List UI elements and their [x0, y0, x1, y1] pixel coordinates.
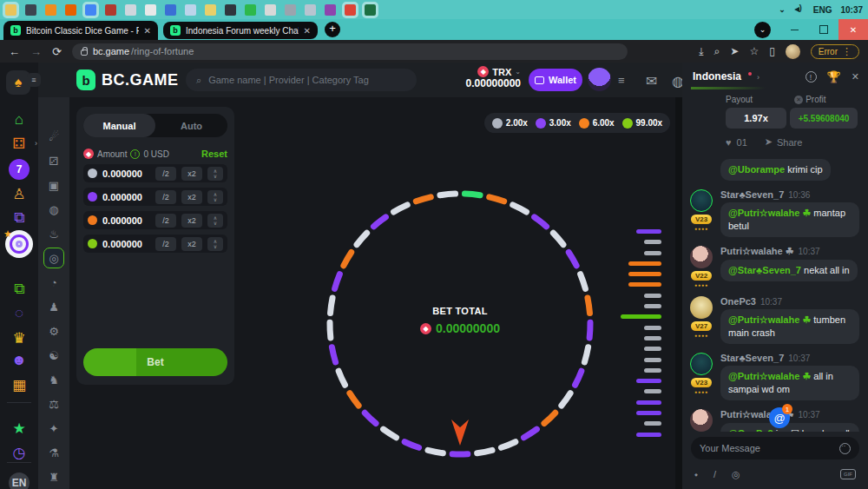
- maximize-button[interactable]: [809, 19, 838, 40]
- chat-message[interactable]: V27●●●●OnePc310:37@Putri☆walahe ☘ tumben…: [689, 296, 861, 344]
- bet-amount-value[interactable]: 0.000000: [102, 239, 142, 249]
- game-shortcut-13[interactable]: ⚗: [43, 442, 64, 463]
- chrome-2-taskbar-icon[interactable]: [345, 4, 356, 16]
- media-player-taskbar-icon[interactable]: [45, 4, 56, 16]
- sidebar-item-slots[interactable]: ▦: [6, 373, 32, 396]
- menu-list-icon[interactable]: ≡: [618, 74, 625, 87]
- bcgame-logo[interactable]: b BC.GAME: [76, 69, 179, 90]
- zoom-icon[interactable]: ⌕: [714, 45, 720, 57]
- wallet-button[interactable]: Wallet: [529, 69, 582, 91]
- penguin-taskbar-icon[interactable]: [225, 4, 236, 16]
- close-window-button[interactable]: [838, 19, 868, 40]
- notepad-taskbar-icon[interactable]: [125, 4, 136, 16]
- bookmark-star-icon[interactable]: ☆: [749, 45, 759, 57]
- game-shortcut-10[interactable]: ♞: [43, 369, 64, 390]
- sidebar-item-ticket[interactable]: ⧉: [6, 278, 32, 301]
- info-icon[interactable]: !: [130, 149, 140, 159]
- user-mention[interactable]: @Putri☆walahe ☘: [728, 371, 811, 381]
- game-search-input[interactable]: ⌕ Game name | Provider | Category Tag: [186, 69, 417, 91]
- user-mention[interactable]: @Star♣Seven_7: [728, 265, 801, 275]
- reset-button[interactable]: Reset: [201, 149, 227, 159]
- sidebar-item-cards[interactable]: ⧉: [6, 207, 32, 229]
- browser-tab-2[interactable]: b Indonesia Forum weekly Challen ✕: [163, 22, 318, 39]
- browser-menu-icon[interactable]: ⋮: [842, 46, 852, 57]
- url-bar[interactable]: bc.game/ring-of-fortune: [72, 43, 628, 60]
- game-shortcut-0[interactable]: ☄: [43, 126, 64, 147]
- reload-icon[interactable]: ⟳: [52, 45, 62, 58]
- sidebar-item-bonus-star[interactable]: ★: [6, 417, 32, 439]
- double-button[interactable]: x2: [181, 190, 202, 204]
- tab-auto[interactable]: Auto: [155, 114, 227, 137]
- chat-messages[interactable]: Payout ✕Profit 1.97x +5.59608040 ♥ 01 ➤S…: [682, 91, 868, 432]
- sidebar-item-casino-dice[interactable]: ⚃›: [6, 132, 32, 155]
- green-bot-taskbar-icon[interactable]: [245, 4, 256, 16]
- back-icon[interactable]: ←: [9, 45, 20, 58]
- firefox-taskbar-icon[interactable]: [65, 4, 76, 16]
- hidden-icons-chevron-icon[interactable]: ⌄: [779, 5, 786, 14]
- amount-stepper[interactable]: ∧∨: [207, 237, 223, 251]
- game-shortcut-14[interactable]: ♜: [43, 466, 64, 487]
- game-shortcut-7[interactable]: ♟: [43, 296, 64, 317]
- chat-close-icon[interactable]: ✕: [852, 71, 859, 83]
- tab-manual[interactable]: Manual: [83, 114, 155, 137]
- slash-command-icon[interactable]: /: [713, 469, 716, 479]
- sidebar-toggle-button[interactable]: ≡: [27, 73, 41, 87]
- bet-amount-value[interactable]: 0.000000: [102, 215, 142, 226]
- user-mention[interactable]: @Putri☆walahe ☘: [728, 314, 811, 325]
- bet-amount-value[interactable]: 0.000000: [102, 169, 142, 179]
- balance-selector[interactable]: ◆ TRX ⌄ 0.00000000: [431, 66, 521, 89]
- side-panel-icon[interactable]: ▯: [769, 45, 775, 57]
- chat-username[interactable]: Star♣Seven_710:36: [720, 189, 861, 200]
- folders-taskbar-icon[interactable]: [205, 4, 216, 16]
- app-dark-taskbar-icon[interactable]: [25, 4, 36, 16]
- game-shortcut-1[interactable]: ⚂: [43, 150, 64, 171]
- chevron-right-icon[interactable]: ›: [757, 73, 760, 82]
- browser-tab-active[interactable]: b Bitcoin Classic Dice Game - Play | ✕: [3, 21, 158, 40]
- tab-close-icon[interactable]: ✕: [144, 26, 151, 36]
- chat-message[interactable]: V23●●●●Star♣Seven_710:36@Putri☆walahe ☘ …: [689, 189, 861, 237]
- tip-coin-icon[interactable]: ◎: [732, 469, 740, 480]
- user-avatar[interactable]: [588, 68, 611, 91]
- minimize-button[interactable]: [779, 19, 809, 40]
- emoji-icon[interactable]: [839, 443, 851, 454]
- double-button[interactable]: x2: [181, 237, 202, 251]
- excel-taskbar-icon[interactable]: [365, 4, 376, 16]
- game-shortcut-12[interactable]: ✦: [43, 418, 64, 439]
- shared-bet-card[interactable]: Payout ✕Profit 1.97x +5.59608040 ♥ 01 ➤S…: [726, 95, 858, 148]
- half-button[interactable]: /2: [155, 214, 176, 228]
- chat-message[interactable]: V23●●●●Star♣Seven_710:37@Putri☆walahe ☘ …: [689, 353, 861, 400]
- magnifier-app-taskbar-icon[interactable]: [185, 4, 196, 16]
- bet-amount-value[interactable]: 0.000000: [102, 192, 142, 202]
- chat-message[interactable]: V22●●●●Putri☆walahe ☘10:37@Star♣Seven_7 …: [689, 246, 861, 287]
- double-button[interactable]: x2: [181, 167, 202, 181]
- half-button[interactable]: /2: [155, 167, 176, 181]
- stripes-app-taskbar-icon[interactable]: [145, 4, 156, 16]
- game-shortcut-2[interactable]: ▣: [43, 175, 64, 195]
- user-mention[interactable]: @Uborampe: [728, 164, 785, 175]
- half-button[interactable]: /2: [155, 190, 176, 204]
- game-shortcut-3[interactable]: ◍: [43, 199, 64, 220]
- chat-username[interactable]: OnePc310:37: [720, 296, 861, 307]
- mention-notification-button[interactable]: @ 1: [769, 407, 790, 428]
- sidebar-item-chip-seven[interactable]: 7: [6, 158, 32, 181]
- explorer-taskbar-icon[interactable]: [5, 4, 16, 16]
- book-taskbar-icon[interactable]: [105, 4, 116, 16]
- user-mention[interactable]: @Putri☆walahe ☘: [728, 208, 811, 218]
- bowtie-app-taskbar-icon[interactable]: [325, 4, 336, 16]
- amount-stepper[interactable]: ∧∨: [207, 190, 223, 204]
- sidebar-item-leprechaun[interactable]: ♙: [6, 182, 32, 205]
- chat-message[interactable]: @Uborampe krimi cip: [689, 156, 861, 181]
- coin-app-taskbar-icon[interactable]: [265, 4, 276, 16]
- sidebar-item-lang-en[interactable]: EN: [6, 472, 32, 489]
- pen-app-taskbar-icon[interactable]: [285, 4, 296, 16]
- browser-profile-avatar[interactable]: [786, 44, 800, 59]
- forward-icon[interactable]: →: [30, 45, 42, 58]
- game-shortcut-6[interactable]: ◔: [43, 272, 64, 293]
- tab-search-button[interactable]: ⌄: [754, 22, 771, 38]
- sidebar-item-masks[interactable]: ☻: [6, 349, 32, 372]
- half-button[interactable]: /2: [155, 237, 176, 251]
- game-shortcut-4[interactable]: ♨: [43, 223, 64, 244]
- language-indicator[interactable]: ENG: [813, 5, 832, 15]
- amount-stepper[interactable]: ∧∨: [207, 167, 223, 181]
- game-shortcut-5[interactable]: ◎: [43, 248, 64, 268]
